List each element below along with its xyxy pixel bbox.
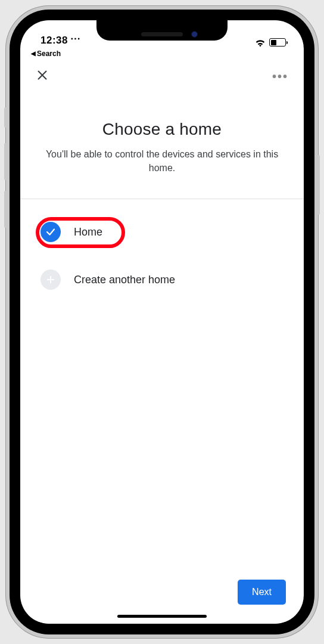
back-to-search[interactable]: ◀ Search <box>20 48 304 58</box>
plus-icon <box>40 270 61 290</box>
front-camera <box>191 31 198 38</box>
side-button-silent <box>4 107 7 128</box>
check-icon <box>40 222 61 242</box>
create-home-option[interactable]: Create another home <box>20 261 304 298</box>
wifi-icon <box>255 38 266 47</box>
status-activity-indicator: ⋯ <box>70 32 81 45</box>
phone-frame: 12:38 ⋯ ◀ Search ••• <box>6 6 318 638</box>
back-label: Search <box>37 49 61 58</box>
close-button[interactable] <box>36 69 49 84</box>
page-title: Choose a home <box>36 120 288 139</box>
home-option-label: Home <box>74 226 102 239</box>
status-time: 12:38 <box>40 35 68 47</box>
side-button-volume-down <box>4 191 7 228</box>
next-button[interactable]: Next <box>238 580 286 605</box>
home-list: Home Create another home <box>20 199 304 298</box>
home-option-selected[interactable]: Home <box>20 213 304 250</box>
top-bar: ••• <box>20 58 304 84</box>
battery-icon <box>269 38 286 47</box>
notch <box>96 20 228 41</box>
footer: Next <box>238 580 286 605</box>
page-subtitle: You'll be able to control the devices an… <box>36 147 288 175</box>
back-triangle-icon: ◀ <box>31 50 36 57</box>
content: Choose a home You'll be able to control … <box>20 84 304 175</box>
create-home-label: Create another home <box>74 274 175 286</box>
home-indicator[interactable] <box>117 615 207 618</box>
screen: 12:38 ⋯ ◀ Search ••• <box>20 20 304 624</box>
side-button-power <box>317 155 320 215</box>
side-button-volume-up <box>4 143 7 180</box>
more-menu-button[interactable]: ••• <box>272 70 288 83</box>
